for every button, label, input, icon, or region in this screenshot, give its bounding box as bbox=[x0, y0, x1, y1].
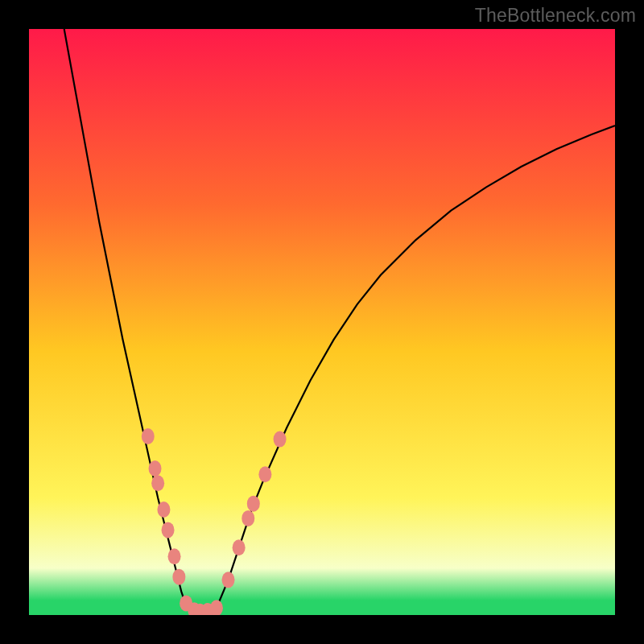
sample-point bbox=[274, 431, 287, 448]
sample-point bbox=[157, 502, 170, 518]
sample-point bbox=[162, 522, 175, 538]
chart-svg bbox=[29, 29, 615, 615]
gradient-background bbox=[29, 29, 615, 615]
sample-point bbox=[168, 548, 181, 564]
sample-point bbox=[258, 466, 271, 482]
sample-point bbox=[233, 539, 246, 555]
chart-frame: TheBottleneck.com bbox=[0, 0, 644, 644]
sample-point bbox=[172, 569, 185, 585]
sample-point bbox=[247, 496, 260, 512]
watermark-text: TheBottleneck.com bbox=[475, 5, 636, 27]
sample-point bbox=[222, 572, 235, 588]
sample-point bbox=[149, 460, 162, 477]
sample-point bbox=[151, 475, 164, 491]
sample-point bbox=[142, 428, 155, 444]
plot-area bbox=[29, 29, 615, 615]
sample-point bbox=[242, 510, 254, 526]
